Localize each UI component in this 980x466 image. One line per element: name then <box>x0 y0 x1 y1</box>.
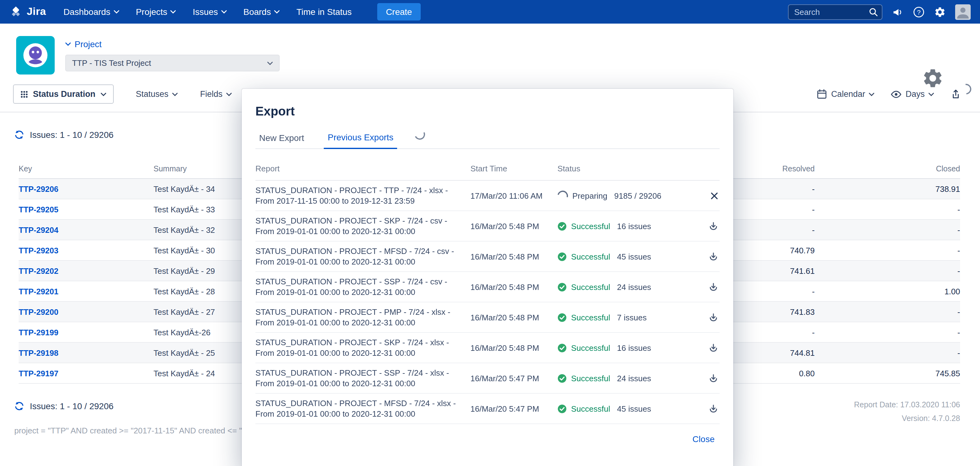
issue-key-link[interactable]: TTP-29201 <box>19 287 59 296</box>
refresh-button[interactable] <box>14 130 24 140</box>
gear-icon[interactable] <box>934 6 946 18</box>
days-label: Days <box>905 89 925 99</box>
export-report-range: From 2019-01-01 00:00 to 2020-12-31 00:0… <box>255 226 471 236</box>
toolbar-right-cluster: Calendar Days <box>817 89 961 100</box>
chevron-down-icon <box>100 92 106 96</box>
export-report-name: STATUS_DURATION - PROJECT - PMP - 7/24 -… <box>255 307 471 317</box>
export-icon <box>950 89 961 100</box>
issue-key-link[interactable]: TTP-29205 <box>19 204 59 214</box>
export-report-range: From 2019-01-01 00:00 to 2020-12-31 00:0… <box>255 378 471 389</box>
days-dropdown[interactable]: Days <box>891 89 934 100</box>
download-icon <box>708 404 718 414</box>
export-modal: Export New Export Previous Exports Repor… <box>242 89 733 466</box>
download-export-button[interactable] <box>707 281 720 293</box>
issue-key-link[interactable]: TTP-29203 <box>19 246 59 255</box>
nav-item-boards[interactable]: Boards <box>243 7 280 17</box>
nav-item-issues[interactable]: Issues <box>192 7 226 17</box>
project-select[interactable]: TTP - TIS Test Project <box>65 55 280 71</box>
nav-right-cluster: ? <box>788 4 970 19</box>
export-report-range: From 2017-11-15 00:00 to 2019-12-31 23:5… <box>255 196 471 206</box>
export-row: STATUS_DURATION - PROJECT - SSP - 7/24 -… <box>255 272 720 303</box>
jira-logo-icon <box>10 5 22 18</box>
user-avatar[interactable] <box>955 4 970 19</box>
tab-previous-exports[interactable]: Previous Exports <box>324 132 398 149</box>
issue-key-link[interactable]: TTP-29200 <box>19 307 59 316</box>
issue-key-link[interactable]: TTP-29206 <box>19 184 59 193</box>
report-date: Report Date: 17.03.2020 11:06 <box>854 398 960 412</box>
success-icon <box>557 313 567 322</box>
download-export-button[interactable] <box>707 403 720 415</box>
app-window: Jira Dashboards Projects Issues Boards T… <box>0 0 980 466</box>
create-button[interactable]: Create <box>377 3 421 21</box>
project-breadcrumb[interactable]: Project <box>65 39 280 49</box>
closed-value: 745.85 <box>815 369 960 378</box>
download-export-button[interactable] <box>707 250 720 263</box>
issues-count-label: Issues: 1 - 10 / 29206 <box>30 401 113 411</box>
export-status-detail: 24 issues <box>617 282 651 292</box>
project-avatar[interactable] <box>16 36 55 74</box>
export-row: STATUS_DURATION - PROJECT - TTP - 7/24 -… <box>255 181 720 211</box>
issue-key-link[interactable]: TTP-29199 <box>19 328 59 337</box>
report-type-button[interactable]: Status Duration <box>13 84 113 104</box>
cancel-export-button[interactable] <box>709 190 720 201</box>
download-export-button[interactable] <box>707 372 720 384</box>
nav-item-time-in-status[interactable]: Time in Status <box>296 7 352 17</box>
closed-value: - <box>815 204 960 214</box>
grid-icon <box>21 90 28 98</box>
close-modal-link[interactable]: Close <box>692 434 715 444</box>
export-status-detail: 45 issues <box>617 404 651 413</box>
export-row: STATUS_DURATION - PROJECT - MFSD - 7/24 … <box>255 241 720 272</box>
download-export-button[interactable] <box>707 220 720 232</box>
nav-item-dashboards[interactable]: Dashboards <box>64 7 119 17</box>
export-report-name: STATUS_DURATION - PROJECT - SSP - 7/24 -… <box>255 368 471 378</box>
export-report-name: STATUS_DURATION - PROJECT - SKP - 7/24 -… <box>255 216 471 226</box>
download-export-button[interactable] <box>707 341 720 354</box>
download-icon <box>708 373 718 383</box>
export-report-name: STATUS_DURATION - PROJECT - MFSD - 7/24 … <box>255 398 471 409</box>
issue-key-link[interactable]: TTP-29204 <box>19 225 59 235</box>
export-status-label: Successful <box>571 282 610 292</box>
export-row: STATUS_DURATION - PROJECT - SKP - 7/24 -… <box>255 211 720 241</box>
search-input[interactable] <box>788 4 883 19</box>
search-icon[interactable] <box>869 7 878 16</box>
export-report-name: STATUS_DURATION - PROJECT - TTP - 7/24 -… <box>255 185 471 196</box>
jira-brand[interactable]: Jira <box>10 5 46 18</box>
export-start-time: 16/Mar/20 5:48 PM <box>471 343 557 352</box>
export-report-range: From 2019-01-01 00:00 to 2020-12-31 00:0… <box>255 317 471 328</box>
project-select-value: TTP - TIS Test Project <box>72 59 151 68</box>
statuses-dropdown[interactable]: Statuses <box>136 89 178 99</box>
export-report-name: STATUS_DURATION - PROJECT - SKP - 7/24 -… <box>255 337 471 348</box>
brand-name: Jira <box>27 6 46 18</box>
issues-count-label: Issues: 1 - 10 / 29206 <box>30 130 113 140</box>
nav-item-label: Dashboards <box>64 7 110 17</box>
nav-item-projects[interactable]: Projects <box>136 7 176 17</box>
issue-key-link[interactable]: TTP-29198 <box>19 348 59 357</box>
chevron-down-icon <box>267 61 273 65</box>
export-report-range: From 2019-01-01 00:00 to 2020-12-31 00:0… <box>255 409 471 419</box>
nav-item-label: Projects <box>136 7 167 17</box>
nav-item-label: Time in Status <box>296 7 352 17</box>
export-button[interactable] <box>950 89 961 100</box>
refresh-button[interactable] <box>14 401 24 411</box>
issue-key-link[interactable]: TTP-29202 <box>19 266 59 275</box>
success-icon <box>557 282 567 292</box>
tab-new-export[interactable]: New Export <box>255 132 308 148</box>
calendar-dropdown[interactable]: Calendar <box>817 89 875 99</box>
closed-value: - <box>815 225 960 235</box>
closed-value: - <box>815 307 960 316</box>
column-header-status: Status <box>557 164 698 173</box>
fields-dropdown[interactable]: Fields <box>200 89 232 99</box>
preparing-spinner <box>555 189 570 203</box>
close-icon <box>710 192 718 200</box>
export-start-time: 16/Mar/20 5:48 PM <box>471 282 557 292</box>
top-nav: Jira Dashboards Projects Issues Boards T… <box>0 0 980 24</box>
download-export-button[interactable] <box>707 311 720 323</box>
issue-key-link[interactable]: TTP-29197 <box>19 369 59 378</box>
success-icon <box>557 343 567 352</box>
chevron-down-icon <box>928 92 934 96</box>
breadcrumb-label: Project <box>75 39 102 49</box>
export-start-time: 16/Mar/20 5:48 PM <box>471 313 557 322</box>
export-status-label: Successful <box>571 252 610 261</box>
help-icon[interactable]: ? <box>913 6 925 18</box>
megaphone-icon[interactable] <box>892 6 904 18</box>
